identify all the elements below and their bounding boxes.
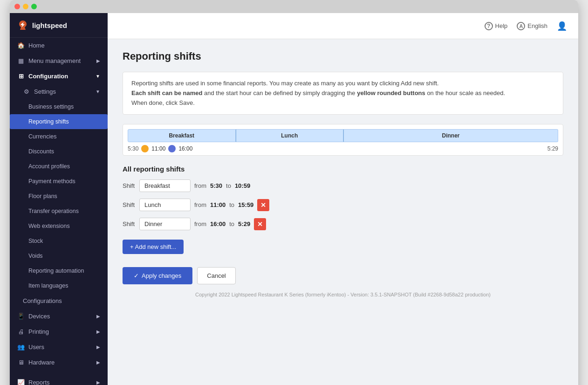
shift-label-3: Shift [123,220,136,227]
shift-label-1: Shift [123,182,136,189]
sidebar-label-configurations: Configurations [23,297,62,304]
printing-icon: 🖨 [17,328,25,335]
sidebar-item-reporting-automation[interactable]: Reporting automation [10,263,108,278]
sidebar-item-transfer-operations[interactable]: Transfer operations [10,204,108,219]
page-title: Reporting shifts [123,50,563,62]
sidebar-item-settings[interactable]: ⚙ Settings ▼ [10,84,108,99]
timeline-end-time: 5:29 [547,145,558,152]
info-text-1: Reporting shifts are used in some financ… [131,79,554,89]
topbar: ? Help A English 👤 [108,13,578,39]
shift-input-breakfast[interactable] [139,179,191,192]
timeline-lunch-label: Lunch [281,132,298,139]
timeline-handle1-time: 11:00 [151,145,165,152]
sidebar-item-hardware[interactable]: 🖥 Hardware ▶ [10,355,108,370]
info-text-2: Each shift can be named and the start ho… [131,89,554,98]
user-button[interactable]: 👤 [557,21,567,31]
cancel-button[interactable]: Cancel [197,267,235,284]
users-chevron: ▶ [96,344,100,350]
timeline-handle-1[interactable] [141,145,149,152]
sidebar-label-discounts: Discounts [28,148,54,155]
user-icon: 👤 [557,21,567,31]
sidebar: lightspeed 🏠 Home ▦ Menu management ▶ ⊞ … [10,13,108,385]
sidebar-item-menu-management[interactable]: ▦ Menu management ▶ [10,53,108,69]
sidebar-label-floor: Floor plans [28,193,57,199]
sidebar-item-business-settings[interactable]: Business settings [10,99,108,114]
sidebar-label-item-lang: Item languages [28,282,68,289]
timeline-container: Breakfast Lunch Dinner 5:30 11:00 [123,124,563,156]
shift-input-dinner[interactable] [139,218,191,230]
sidebar-item-printing[interactable]: 🖨 Printing ▶ [10,324,108,339]
printing-chevron: ▶ [96,329,100,334]
shift-row-lunch: Shift from 11:00 to 15:59 ✕ [123,199,563,211]
help-label: Help [495,22,508,29]
sidebar-item-users[interactable]: 👥 Users ▶ [10,339,108,355]
window-chrome [10,0,578,13]
sidebar-item-currencies[interactable]: Currencies [10,129,108,144]
devices-chevron: ▶ [96,314,100,319]
footer-copyright: Copyright 2022 Lightspeed Restaurant K S… [123,284,563,301]
delete-shift-lunch[interactable]: ✕ [257,199,269,211]
sidebar-label-reports: Reports [28,379,50,385]
shift-row-dinner: Shift from 16:00 to 5:29 ✕ [123,218,563,230]
sidebar-item-stock[interactable]: Stock [10,234,108,248]
info-text-6: When done, click Save. [131,98,554,108]
sidebar-item-configurations[interactable]: Configurations [10,293,108,309]
sidebar-item-voids[interactable]: Voids [10,248,108,263]
language-label: English [527,22,547,29]
sidebar-label-business: Business settings [28,103,74,110]
language-icon: A [517,22,525,30]
delete-shift-dinner[interactable]: ✕ [254,218,266,230]
app-container: lightspeed 🏠 Home ▦ Menu management ▶ ⊞ … [10,13,578,385]
help-icon: ? [485,22,493,30]
sidebar-item-home[interactable]: 🏠 Home [10,38,108,53]
lightspeed-logo-icon [17,20,28,31]
chevron-right-icon: ▶ [96,58,100,63]
sidebar-label-devices: Devices [28,313,50,320]
add-shift-button[interactable]: + Add new shift... [123,240,184,254]
menu-icon: ▦ [17,57,25,64]
shift-input-lunch[interactable] [139,199,191,211]
sidebar-label-web-ext: Web extensions [28,223,70,229]
copyright-text: Copyright 2022 Lightspeed Restaurant K S… [195,292,491,297]
timeline-handle-2[interactable] [168,145,176,152]
maximize-dot[interactable] [31,4,37,9]
checkmark-icon: ✓ [134,272,139,279]
chevron-down-icon: ▼ [96,74,100,79]
timeline-dinner-label: Dinner [442,132,459,139]
page-body: Reporting shifts Reporting shifts are us… [108,39,578,385]
sidebar-label-hardware: Hardware [28,359,55,366]
sidebar-item-devices[interactable]: 📱 Devices ▶ [10,309,108,324]
help-button[interactable]: ? Help [485,22,508,30]
minimize-dot[interactable] [23,4,28,9]
cancel-label: Cancel [207,272,226,279]
sidebar-item-item-languages[interactable]: Item languages [10,278,108,293]
sidebar-item-payment-methods[interactable]: Payment methods [10,174,108,189]
sidebar-label-menu: Menu management [28,57,81,64]
config-icon: ⊞ [17,73,25,80]
timeline-dinner: Dinner [343,129,558,142]
language-selector[interactable]: A English [517,22,547,30]
sidebar-label-transfer: Transfer operations [28,208,79,214]
info-box: Reporting shifts are used in some financ… [123,72,563,115]
shift-from-label-1: from [194,182,206,189]
sidebar-label-users: Users [28,344,44,351]
close-dot[interactable] [14,4,20,9]
sidebar-item-account-profiles[interactable]: Account profiles [10,159,108,174]
sidebar-item-discounts[interactable]: Discounts [10,144,108,159]
sidebar-label-settings: Settings [34,88,56,95]
sidebar-item-configuration[interactable]: ⊞ Configuration ▼ [10,69,108,84]
home-icon: 🏠 [17,42,25,49]
sidebar-label-voids: Voids [28,253,43,259]
shift-from-time-2: 11:00 [210,201,226,208]
main-content: ? Help A English 👤 Reporting shifts Repo… [108,13,578,385]
sidebar-item-reporting-shifts[interactable]: Reporting shifts [10,114,108,129]
apply-changes-button[interactable]: ✓ Apply changes [123,267,192,284]
sidebar-item-reports[interactable]: 📈 Reports ▶ [10,375,108,385]
timeline-handle2-time: 16:00 [178,145,192,152]
sidebar-label-reporting-shifts: Reporting shifts [28,118,69,125]
sidebar-item-web-extensions[interactable]: Web extensions [10,219,108,234]
sidebar-label-account-profiles: Account profiles [28,163,70,170]
shift-from-time-1: 5:30 [210,182,222,189]
sidebar-item-floor-plans[interactable]: Floor plans [10,189,108,204]
shift-to-time-3: 5:29 [238,220,250,227]
